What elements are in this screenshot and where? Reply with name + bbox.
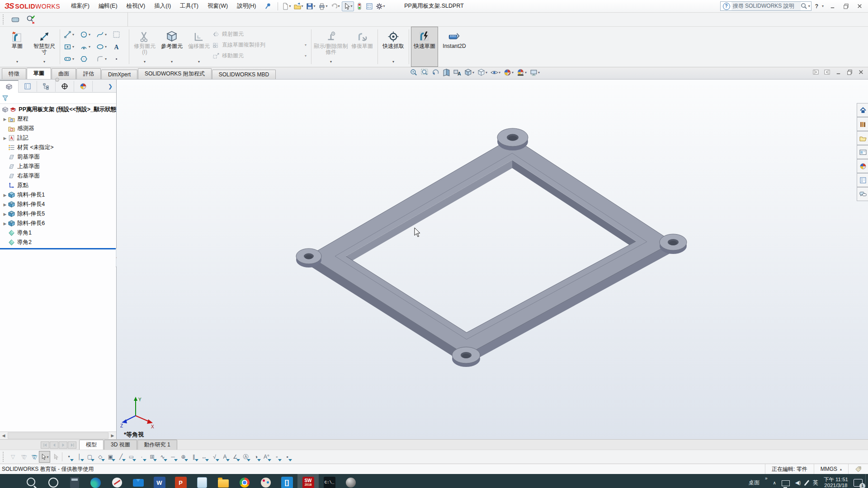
select-verify-icon[interactable] (24, 14, 37, 25)
straight-slot-tool[interactable]: ▾ (62, 55, 74, 63)
filter-dimensions-button[interactable]: ↔ (199, 451, 209, 462)
selection-box-tool[interactable] (111, 31, 120, 38)
help-dropdown-arrow[interactable]: ▾ (822, 4, 824, 8)
taskpane-home-tab[interactable] (857, 103, 868, 117)
smart-dimension-button[interactable]: 智慧型尺寸▾ (31, 27, 58, 67)
taskbar-line-app[interactable]: [] (276, 474, 297, 488)
taskbar-paint[interactable] (255, 474, 276, 488)
spline-tool[interactable]: ▾ (94, 31, 107, 38)
pane-right-button[interactable] (824, 69, 830, 75)
nav-last-button[interactable] (68, 441, 76, 449)
filter-routing-points-button[interactable]: ▪ (282, 451, 292, 462)
ime-indicator[interactable]: 英 (813, 479, 818, 487)
taskbar-snipping-tool[interactable] (106, 474, 127, 488)
filter-annotations-button[interactable]: A° (261, 451, 272, 462)
rebuild-traffic-light-button[interactable] (355, 2, 364, 11)
filter-surface-finish-button[interactable]: √ (209, 451, 220, 462)
filter-connection-points-button[interactable]: ▫ (272, 451, 282, 462)
tab-SOLIDWORKS 附加程式[interactable]: SOLIDWORKS 附加程式 (138, 68, 212, 79)
dropdown-arrow[interactable] (454, 59, 455, 65)
dropdown-arrow[interactable]: ▾ (392, 59, 394, 65)
panel-tab-configurationmanager[interactable] (37, 81, 56, 92)
desktop-toolbar-label[interactable]: 桌面 (749, 479, 760, 487)
model-outer-wall-left[interactable] (309, 256, 466, 365)
hide-show-items-button[interactable]: ▾ (490, 68, 501, 77)
dropdown-arrow[interactable]: ▾ (43, 59, 45, 65)
menu-檔案(F)[interactable]: 檔案(F) (66, 0, 94, 12)
select-button[interactable]: ▾ (39, 451, 50, 463)
model-viewport[interactable]: Y X Z (117, 80, 868, 439)
view-settings-button[interactable]: ▾ (529, 68, 541, 77)
clock[interactable]: 下午 11:512021/3/18 (824, 477, 848, 488)
search-placeholder[interactable]: 搜尋 SOLIDWORKS 說明 (731, 2, 801, 10)
tree-item[interactable]: ▶除料-伸長4 (0, 200, 116, 209)
doc-tab-模型[interactable]: 模型 (79, 440, 104, 450)
filter-balloons-button[interactable]: Ⓐ (241, 451, 251, 462)
model-boss-right[interactable] (660, 234, 687, 254)
dropdown-arrow[interactable]: ▾ (16, 59, 18, 65)
minimize-button[interactable] (827, 2, 837, 10)
filter-sketch-segments-button[interactable]: ∿ (157, 451, 168, 462)
tab-草圖[interactable]: 草圖 (27, 68, 51, 79)
search-icon[interactable] (801, 3, 807, 9)
taskbar-search[interactable] (21, 474, 42, 488)
tree-item[interactable]: 上基準面 (0, 162, 116, 171)
filter-sketches-button[interactable]: ⊞ (147, 451, 157, 462)
apply-scene-button[interactable]: ▾ (516, 68, 528, 77)
tree-item[interactable]: 導角1 (0, 228, 116, 238)
nav-next-button[interactable] (59, 441, 67, 449)
corner-rectangle-tool[interactable]: ▾ (62, 43, 74, 51)
restore-button[interactable] (841, 2, 851, 10)
select-cursor-button[interactable]: ▾ (342, 1, 354, 11)
filter-planes-button[interactable]: ▭ (126, 451, 137, 462)
filter-solid-bodies-button[interactable]: ▣ (105, 451, 116, 462)
toolbar-overflow[interactable]: » (765, 476, 768, 481)
minimize-button[interactable] (835, 69, 842, 75)
filter-funnel-icon[interactable] (2, 95, 9, 102)
tab-DimXpert[interactable]: DimXpert (101, 70, 137, 79)
help-button[interactable]: ? (815, 3, 818, 9)
display-delete-relations-button[interactable]: 顯示/刪除限制條件▾ (313, 27, 349, 67)
panel-tab-propertymanager[interactable] (19, 81, 37, 92)
toolbar-grip[interactable] (3, 14, 6, 24)
linear-sketch-pattern-button[interactable]: 直線草圖複製排列▾ (212, 41, 309, 49)
restore-button[interactable] (846, 69, 853, 75)
tree-item[interactable]: PP萬用板支架 (預設<<預設>_顯示狀態 (0, 105, 116, 114)
nav-first-button[interactable] (41, 441, 49, 449)
display-settings-button[interactable] (365, 2, 374, 11)
undo-button[interactable]: ▾ (330, 2, 341, 11)
taskbar-command-prompt[interactable]: C:\_ (319, 474, 340, 488)
model-ledge-edge[interactable] (335, 153, 647, 339)
filter-surface-bodies-button[interactable]: ◇ (95, 451, 105, 462)
tree-item[interactable]: ▶除料-伸長5 (0, 209, 116, 219)
taskpane-custom-properties-tab[interactable] (857, 173, 868, 187)
menu-編輯(E)[interactable]: 編輯(E) (94, 0, 122, 12)
taskpane-view-palette-tab[interactable] (857, 145, 868, 159)
line-tool[interactable]: ▾ (62, 31, 74, 38)
instant2d-button[interactable]: Instant2D (438, 27, 471, 67)
pen-icon[interactable] (804, 479, 810, 485)
filter-notes-button[interactable]: A (220, 451, 230, 462)
taskpane-file-explorer-tab[interactable] (857, 131, 868, 145)
tree-item[interactable]: ▶除料-伸長6 (0, 219, 116, 228)
taskbar-file-explorer[interactable] (212, 474, 234, 488)
filter-axes-button[interactable]: ╱ (116, 451, 126, 462)
network-icon[interactable] (782, 480, 790, 486)
taskbar-calculator[interactable] (64, 474, 85, 488)
filter-centerlines-button[interactable]: ∥ (189, 451, 199, 462)
sketch-button[interactable]: 草圖▾ (4, 27, 31, 67)
options-gear-button[interactable]: ▾ (375, 2, 386, 11)
clear-all-filters-button[interactable]: ▽ (8, 451, 18, 462)
filter-faces-button[interactable]: ▢ (85, 451, 95, 462)
polygon-tool[interactable] (78, 55, 88, 63)
point-tool[interactable] (111, 55, 120, 63)
doc-tab-動作研究 1[interactable]: 動作研究 1 (137, 440, 177, 450)
model-inner-wall-left[interactable] (346, 160, 512, 264)
taskpane-design-library-tab[interactable] (857, 117, 868, 131)
scrollbar-track[interactable] (8, 432, 108, 439)
taskbar-start[interactable] (0, 474, 21, 488)
panel-splitter-dot[interactable] (55, 78, 59, 82)
tree-item[interactable]: 前基準面 (0, 152, 116, 162)
tab-評估[interactable]: 評估 (76, 68, 101, 79)
close-button[interactable] (854, 2, 864, 10)
